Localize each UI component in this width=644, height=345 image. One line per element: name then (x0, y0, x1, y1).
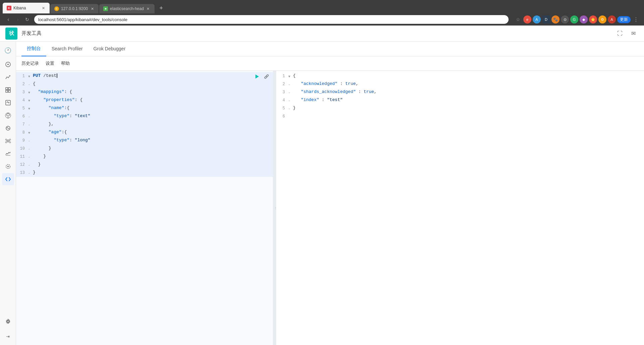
code-line-12: 12 - } (16, 161, 273, 169)
elastic-tab-close[interactable]: ✕ (90, 6, 95, 11)
toolbar: 历史记录 设置 帮助 (16, 56, 644, 71)
svg-marker-21 (255, 75, 259, 79)
kibana-logo: 状 (5, 28, 17, 40)
ext-icon-9[interactable]: ⚙ (598, 15, 606, 23)
fullscreen-button[interactable]: ⛶ (614, 28, 625, 39)
sidebar-collapse-button[interactable]: ⇥ (2, 330, 14, 342)
user-avatar[interactable]: A (608, 15, 616, 23)
browser-chrome: K Kibana ✕ E 127.0.0.1:9200 ✕ ★ elastics… (0, 0, 644, 13)
elastic-tab-favicon: E (54, 6, 59, 11)
sidebar-item-maps[interactable] (2, 109, 14, 121)
code-line-1: 1 ▼ PUT /test (16, 72, 273, 80)
code-line-6: 6 - "type": "text" (16, 112, 273, 120)
ext-icon-6[interactable]: G (570, 15, 578, 23)
ext-icon-2[interactable]: A (533, 15, 541, 23)
svg-line-16 (7, 140, 7, 141)
out-line-2: 2 - "acknowledged" : true, (276, 80, 644, 88)
address-bar-row: ‹ › ↻ localhost:5601/app/kibana#/dev_too… (0, 13, 644, 26)
code-line-8: 8 ▼ "age":{ (16, 129, 273, 137)
code-line-10: 10 - } (16, 145, 273, 153)
svg-point-13 (9, 139, 11, 140)
sidebar-item-dashboard[interactable] (2, 84, 14, 96)
ext-icon-1[interactable]: e (523, 15, 531, 23)
reload-button[interactable]: ↻ (23, 15, 32, 24)
code-line-5: 5 ▼ "name":{ (16, 104, 273, 112)
topbar: 状 开发工具 ⛶ ✉ (0, 26, 644, 42)
sidebar-item-ml[interactable] (2, 122, 14, 134)
new-tab-button[interactable]: + (157, 3, 166, 13)
svg-point-19 (7, 166, 9, 167)
app-title: 开发工具 (21, 30, 42, 37)
ext-icon-3[interactable]: D (542, 15, 550, 23)
out-line-1: 1 ▼ { (276, 72, 644, 80)
sidebar-item-settings[interactable] (2, 315, 14, 328)
head-tab-close[interactable]: ✕ (146, 6, 151, 11)
editor-area: 1 ▼ PUT /test 2 - { 3 ▼ (16, 71, 644, 345)
svg-rect-4 (6, 90, 8, 92)
out-line-5: 5 - } (276, 104, 644, 112)
kibana-tab-close[interactable]: ✕ (41, 6, 46, 10)
ext-icon-4[interactable]: 🐾 (551, 15, 560, 23)
link-icon[interactable] (263, 73, 270, 80)
code-line-3: 3 ▼ "mappings": { (16, 88, 273, 96)
history-button[interactable]: 历史记录 (21, 59, 39, 68)
code-line-7: 7 - }, (16, 120, 273, 129)
browser-tab-elastic[interactable]: E 127.0.0.1:9200 ✕ (50, 4, 99, 13)
svg-point-7 (7, 113, 9, 116)
out-line-4: 4 - "index" : "test" (276, 96, 644, 104)
code-line-13: 13 - } (16, 169, 273, 177)
ext-icon-5[interactable]: ⊙ (561, 15, 569, 23)
menu-icon[interactable]: ⋮ (632, 15, 640, 23)
ext-icon-8[interactable]: ⭐ (589, 15, 597, 23)
update-button[interactable]: 更新 (617, 16, 631, 23)
tab-grok-debugger[interactable]: Grok Debugger (88, 42, 131, 56)
svg-point-11 (7, 140, 9, 142)
elastic-tab-label: 127.0.0.1:9200 (61, 6, 88, 11)
tab-search-profiler[interactable]: Search Profiler (46, 42, 88, 56)
sidebar-item-devtools[interactable] (2, 173, 14, 185)
browser-tab-kibana[interactable]: K Kibana ✕ (3, 3, 50, 13)
out-line-3: 3 - "shards_acknowledged" : true, (276, 88, 644, 96)
resize-handle[interactable]: ⋮ (274, 71, 276, 345)
kibana-tab-favicon: K (7, 6, 11, 10)
sidebar-item-watcher[interactable] (2, 160, 14, 172)
tab-console[interactable]: 控制台 (21, 42, 46, 56)
browser-tab-head[interactable]: ★ elasticsearch-head ✕ (99, 4, 155, 13)
sidebar-item-recent[interactable]: 🕐 (2, 44, 14, 56)
sidebar-item-graph[interactable] (2, 135, 14, 147)
ext-icon-7[interactable]: ◆ (580, 15, 588, 23)
sidebar-item-visualize[interactable] (2, 71, 14, 83)
svg-point-1 (7, 64, 9, 65)
sidebar-item-canvas[interactable] (2, 97, 14, 109)
content-area: 🕐 (0, 42, 644, 345)
head-tab-label: elasticsearch-head (110, 6, 144, 11)
svg-rect-6 (6, 100, 10, 105)
address-text: localhost:5601/app/kibana#/dev_tools/con… (38, 17, 127, 22)
output-panel: 1 ▼ { 2 - "acknowledged" : true, 3 (276, 71, 644, 345)
help-button[interactable]: 帮助 (61, 59, 70, 68)
resize-dots: ⋮ (274, 206, 277, 209)
svg-point-20 (7, 321, 9, 323)
run-button[interactable] (253, 73, 261, 80)
code-line-9: 9 - "type": "long" (16, 137, 273, 145)
input-editor[interactable]: 1 ▼ PUT /test 2 - { 3 ▼ (16, 71, 273, 345)
svg-point-12 (5, 139, 7, 140)
svg-line-17 (9, 140, 9, 141)
mail-button[interactable]: ✉ (628, 28, 639, 39)
sidebar-item-monitoring[interactable] (2, 148, 14, 160)
sidebar-item-discover[interactable] (2, 58, 14, 70)
svg-point-14 (5, 142, 7, 143)
input-panel[interactable]: 1 ▼ PUT /test 2 - { 3 ▼ (16, 71, 274, 345)
back-button[interactable]: ‹ (4, 15, 13, 24)
settings-button[interactable]: 设置 (46, 59, 54, 68)
code-line-4: 4 ▼ "properties": { (16, 96, 273, 104)
bookmark-icon[interactable]: ☆ (514, 15, 522, 23)
kibana-tab-label: Kibana (13, 6, 39, 10)
code-line-11: 11 - } (16, 153, 273, 161)
out-line-6: 6 (276, 112, 644, 120)
sidebar: 🕐 (0, 42, 16, 345)
address-bar[interactable]: localhost:5601/app/kibana#/dev_tools/con… (34, 15, 509, 24)
head-tab-favicon: ★ (103, 6, 108, 11)
code-line-2: 2 - { (16, 80, 273, 88)
forward-button[interactable]: › (13, 15, 22, 24)
